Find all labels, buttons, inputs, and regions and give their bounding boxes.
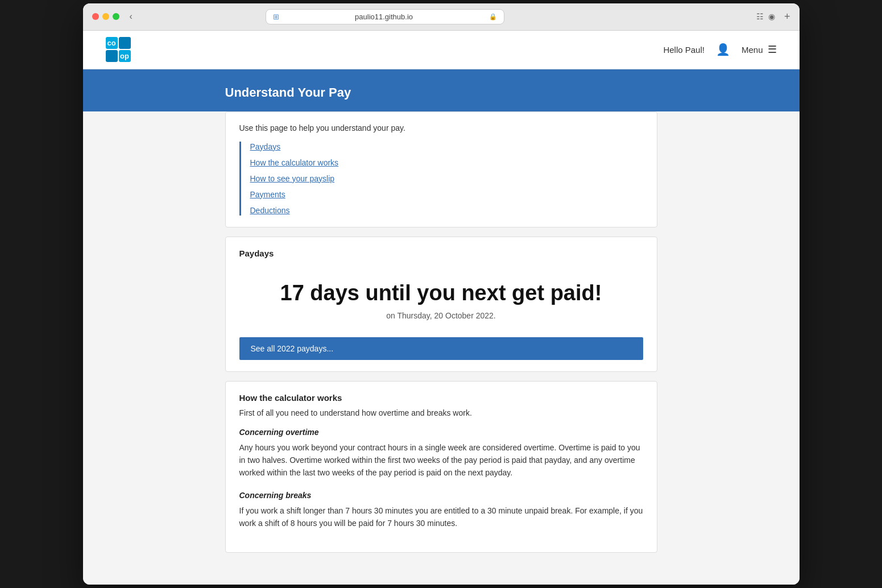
paydays-card: Paydays 17 days until you next get paid!…	[225, 237, 657, 372]
list-item: Paydays	[250, 142, 643, 152]
extensions-button[interactable]: ◉	[768, 12, 775, 21]
hamburger-icon: ☰	[768, 43, 777, 56]
main-content: Use this page to help you understand you…	[83, 111, 800, 585]
logo-co: co	[106, 37, 118, 49]
calculator-intro: First of all you need to understand how …	[239, 408, 643, 417]
browser-chrome: ‹ ⊞ paulio11.github.io 🔒 ☷ ◉ +	[83, 3, 800, 31]
list-item: Deductions	[250, 205, 643, 216]
reader-view-button[interactable]: ☷	[756, 12, 764, 21]
overtime-subtitle: Concerning overtime	[239, 428, 643, 437]
payday-date-text: on Thursday, 20 October 2022.	[239, 311, 643, 320]
traffic-lights	[92, 13, 119, 20]
lock-icon: 🔒	[489, 13, 497, 20]
browser-window: ‹ ⊞ paulio11.github.io 🔒 ☷ ◉ + co op Hel…	[83, 3, 800, 585]
site-header: co op Hello Paul! 👤 Menu ☰	[83, 31, 800, 69]
page-title: Understand Your Pay	[225, 85, 657, 100]
toc-link-payments[interactable]: Payments	[250, 190, 285, 199]
toc-link-calculator[interactable]: How the calculator works	[250, 158, 339, 167]
breaks-body: If you work a shift longer than 7 hours …	[239, 504, 643, 530]
close-button[interactable]	[92, 13, 99, 20]
overtime-body: Any hours you work beyond your contract …	[239, 441, 643, 479]
see-all-paydays-button[interactable]: See all 2022 paydays...	[239, 337, 643, 360]
new-tab-button[interactable]: +	[784, 11, 790, 23]
toc-intro-text: Use this page to help you understand you…	[239, 123, 643, 132]
toc-link-paydays[interactable]: Paydays	[250, 142, 281, 151]
header-nav: Hello Paul! 👤 Menu ☰	[663, 43, 776, 56]
toc-list: Paydays How the calculator works How to …	[239, 142, 643, 216]
list-item: Payments	[250, 189, 643, 200]
list-item: How to see your payslip	[250, 173, 643, 184]
logo-op: op	[119, 50, 131, 62]
paydays-section-label: Paydays	[239, 249, 643, 258]
minimize-button[interactable]	[102, 13, 109, 20]
user-icon: 👤	[716, 43, 730, 56]
list-item: How the calculator works	[250, 158, 643, 168]
calculator-card: How the calculator works First of all yo…	[225, 381, 657, 553]
breaks-subtitle: Concerning breaks	[239, 491, 643, 500]
logo-grid: co op	[106, 37, 131, 62]
maximize-button[interactable]	[113, 13, 119, 20]
address-bar[interactable]: ⊞ paulio11.github.io 🔒	[266, 9, 504, 24]
logo-dash-tl	[106, 50, 118, 62]
toc-link-deductions[interactable]: Deductions	[250, 206, 290, 215]
greeting-text: Hello Paul!	[663, 45, 705, 55]
payday-display: 17 days until you next get paid! on Thur…	[239, 270, 643, 337]
toc-link-payslip[interactable]: How to see your payslip	[250, 174, 335, 183]
toc-card: Use this page to help you understand you…	[225, 111, 657, 227]
browser-actions: ☷ ◉	[756, 12, 775, 21]
logo-dash-tr	[119, 37, 131, 49]
back-button[interactable]: ‹	[126, 10, 136, 23]
url-text: paulio11.github.io	[284, 13, 485, 21]
menu-label: Menu	[742, 45, 763, 55]
calculator-title: How the calculator works	[239, 393, 643, 403]
days-count-text: 17 days until you next get paid!	[239, 281, 643, 305]
menu-button[interactable]: Menu ☰	[742, 43, 777, 56]
browser-icon: ⊞	[273, 13, 279, 21]
coop-logo[interactable]: co op	[106, 37, 131, 62]
